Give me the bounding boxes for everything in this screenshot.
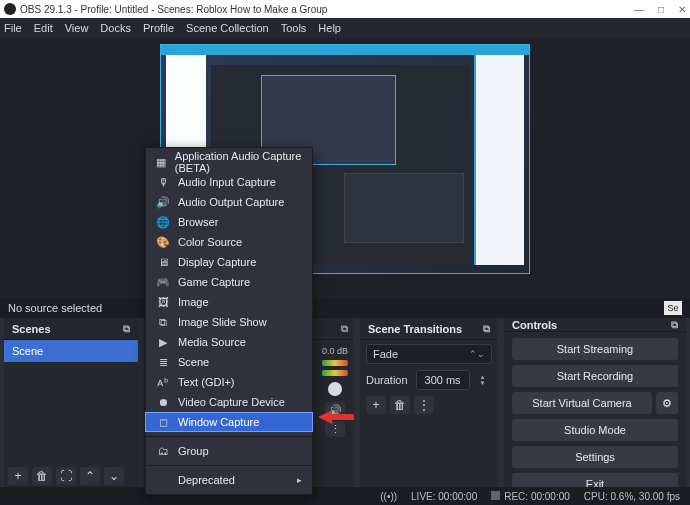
volume-slider-knob[interactable] xyxy=(328,382,342,396)
ctx-item-audio-output-capture[interactable]: 🔊Audio Output Capture xyxy=(146,192,312,212)
add-scene-button[interactable]: + xyxy=(8,467,28,485)
ctx-item-label: Game Capture xyxy=(178,276,250,288)
status-cpu: CPU: 0.6%, 30.00 fps xyxy=(584,491,680,502)
menu-tools[interactable]: Tools xyxy=(281,22,307,34)
source-type-icon: ⧉ xyxy=(156,316,170,329)
menu-edit[interactable]: Edit xyxy=(34,22,53,34)
menu-file[interactable]: File xyxy=(4,22,22,34)
source-type-icon: 🎨 xyxy=(156,236,170,249)
scene-item[interactable]: Scene xyxy=(4,340,138,362)
menu-view[interactable]: View xyxy=(65,22,89,34)
group-icon: 🗂 xyxy=(156,445,170,457)
ctx-item-text-gdi[interactable]: ᴀᵇText (GDI+) xyxy=(146,372,312,392)
duration-stepper[interactable]: ▲▼ xyxy=(480,374,486,386)
studio-mode-button[interactable]: Studio Mode xyxy=(512,419,678,441)
network-icon: ((•)) xyxy=(380,491,397,502)
ctx-item-game-capture[interactable]: 🎮Game Capture xyxy=(146,272,312,292)
ctx-item-window-capture[interactable]: ◻Window Capture xyxy=(145,412,313,432)
ctx-item-application-audio-capture-beta[interactable]: ▦Application Audio Capture (BETA) xyxy=(146,152,312,172)
scenes-footer: + 🗑 ⛶ ⌃ ⌄ xyxy=(4,465,138,487)
ctx-item-video-capture-device[interactable]: ⏺Video Capture Device xyxy=(146,392,312,412)
source-toolbar: No source selected Se xyxy=(0,298,690,318)
panel-scenes-header: Scenes xyxy=(4,318,138,340)
status-live: LIVE: 00:00:00 xyxy=(411,491,477,502)
status-rec: REC: 00:00:00 xyxy=(491,491,570,502)
source-type-icon: 🔊 xyxy=(156,196,170,209)
transition-menu-button[interactable]: ⋮ xyxy=(414,396,434,414)
obs-logo-icon xyxy=(4,3,16,15)
ctx-item-media-source[interactable]: ▶Media Source xyxy=(146,332,312,352)
scene-up-button[interactable]: ⌃ xyxy=(80,467,100,485)
start-virtual-camera-button[interactable]: Start Virtual Camera xyxy=(512,392,652,414)
menu-scene-collection[interactable]: Scene Collection xyxy=(186,22,269,34)
menu-profile[interactable]: Profile xyxy=(143,22,174,34)
menu-bar: File Edit View Docks Profile Scene Colle… xyxy=(0,18,690,38)
popout-icon[interactable] xyxy=(671,318,678,331)
remove-scene-button[interactable]: 🗑 xyxy=(32,467,52,485)
start-streaming-button[interactable]: Start Streaming xyxy=(512,338,678,360)
panel-transitions-title: Scene Transitions xyxy=(368,323,462,335)
source-toolbar-label: No source selected xyxy=(8,302,102,314)
svg-marker-0 xyxy=(318,410,354,424)
ctx-item-browser[interactable]: 🌐Browser xyxy=(146,212,312,232)
source-type-icon: 🌐 xyxy=(156,216,170,229)
popout-icon[interactable] xyxy=(483,322,490,335)
source-type-icon: 🖼 xyxy=(156,296,170,308)
ctx-item-display-capture[interactable]: 🖥Display Capture xyxy=(146,252,312,272)
add-source-context-menu: ▦Application Audio Capture (BETA)🎙Audio … xyxy=(145,147,313,495)
source-type-icon: 🎙 xyxy=(156,176,170,188)
duration-label: Duration xyxy=(366,374,408,386)
ctx-item-scene[interactable]: ≣Scene xyxy=(146,352,312,372)
settings-button[interactable]: Settings xyxy=(512,446,678,468)
ctx-item-label: Display Capture xyxy=(178,256,256,268)
maximize-button[interactable]: □ xyxy=(658,4,664,15)
panel-audio-mixer: 0.0 dB 🔊 ⋮ xyxy=(318,318,352,486)
source-type-icon: ᴀᵇ xyxy=(156,376,170,389)
panel-transitions: Scene Transitions Fade ⌃⌄ Duration 300 m… xyxy=(360,318,498,487)
ctx-item-color-source[interactable]: 🎨Color Source xyxy=(146,232,312,252)
transition-add-button[interactable]: + xyxy=(366,396,386,414)
transition-select[interactable]: Fade ⌃⌄ xyxy=(366,344,492,364)
chevron-updown-icon: ⌃⌄ xyxy=(469,349,485,359)
ctx-item-label: Image xyxy=(178,296,209,308)
source-type-icon: ≣ xyxy=(156,356,170,369)
transition-remove-button[interactable]: 🗑 xyxy=(390,396,410,414)
window-controls: — □ ✕ xyxy=(634,4,686,15)
ctx-item-label: Audio Input Capture xyxy=(178,176,276,188)
transition-current: Fade xyxy=(373,348,398,360)
status-bar: ((•)) LIVE: 00:00:00 REC: 00:00:00 CPU: … xyxy=(0,487,690,505)
source-type-icon: 🖥 xyxy=(156,256,170,268)
source-type-icon: ⏺ xyxy=(156,396,170,408)
ctx-item-label: Image Slide Show xyxy=(178,316,267,328)
scene-filter-button[interactable]: ⛶ xyxy=(56,467,76,485)
preview-area[interactable] xyxy=(0,38,690,298)
popout-icon[interactable] xyxy=(341,322,348,335)
window-titlebar: OBS 29.1.3 - Profile: Untitled - Scenes:… xyxy=(0,0,690,18)
source-type-icon: 🎮 xyxy=(156,276,170,289)
ctx-item-label: Window Capture xyxy=(178,416,259,428)
start-recording-button[interactable]: Start Recording xyxy=(512,365,678,387)
close-button[interactable]: ✕ xyxy=(678,4,686,15)
source-toolbar-button[interactable]: Se xyxy=(664,301,682,315)
scene-list: Scene xyxy=(4,340,138,465)
ctx-item-image[interactable]: 🖼Image xyxy=(146,292,312,312)
audio-meter xyxy=(322,370,348,376)
audio-db-label: 0.0 dB xyxy=(318,340,352,356)
panel-controls: Controls Start Streaming Start Recording… xyxy=(504,318,686,487)
ctx-item-audio-input-capture[interactable]: 🎙Audio Input Capture xyxy=(146,172,312,192)
panel-transitions-header: Scene Transitions xyxy=(360,318,498,340)
popout-icon[interactable] xyxy=(123,322,130,335)
ctx-item-image-slide-show[interactable]: ⧉Image Slide Show xyxy=(146,312,312,332)
ctx-item-label: Audio Output Capture xyxy=(178,196,284,208)
menu-help[interactable]: Help xyxy=(318,22,341,34)
virtual-camera-settings-button[interactable]: ⚙ xyxy=(656,392,678,414)
scene-down-button[interactable]: ⌄ xyxy=(104,467,124,485)
ctx-item-label: Deprecated xyxy=(178,474,235,486)
ctx-item-deprecated[interactable]: Deprecated xyxy=(146,470,312,490)
menu-docks[interactable]: Docks xyxy=(100,22,131,34)
minimize-button[interactable]: — xyxy=(634,4,644,15)
source-type-icon: ◻ xyxy=(156,416,170,429)
duration-input[interactable]: 300 ms xyxy=(416,370,470,390)
ctx-item-label: Browser xyxy=(178,216,218,228)
ctx-item-group[interactable]: 🗂Group xyxy=(146,441,312,461)
